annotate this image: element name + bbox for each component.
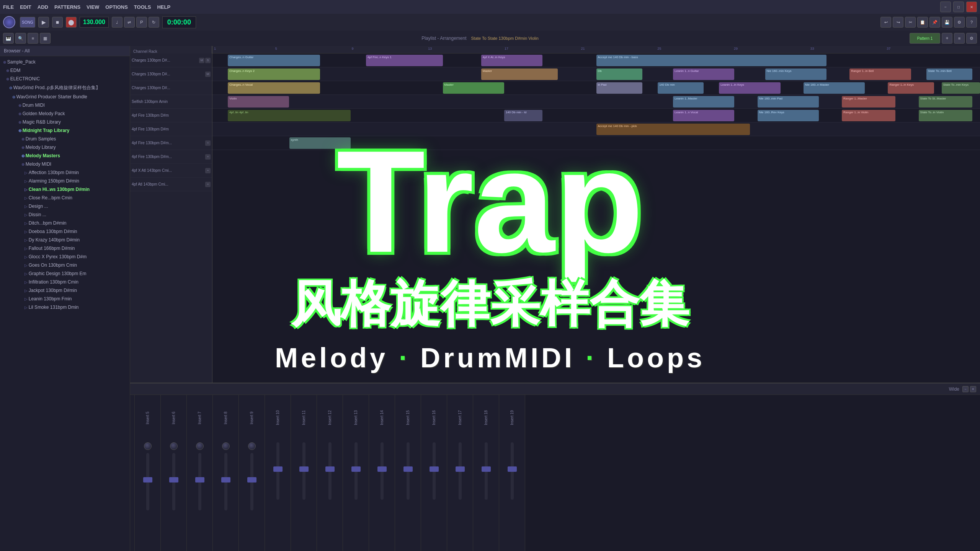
mixer-close-btn[interactable]: ✕ <box>970 386 976 392</box>
pattern-block-leanin-guitar[interactable]: Leanin 1..n Guitar <box>673 68 734 80</box>
pattern-add-4[interactable]: + <box>205 154 211 160</box>
browser-item-melody-library[interactable]: Melody Library <box>18 143 130 152</box>
pattern-entry-charges-3[interactable]: Charges 130bpm D#... <box>130 81 212 95</box>
browser-item-dissin[interactable]: Dissin ... <box>21 210 130 219</box>
pattern-block-master-1[interactable]: Master <box>481 68 558 80</box>
mixer-insert-8-knob[interactable] <box>222 442 230 450</box>
mixer-insert-10-fader[interactable] <box>276 442 279 500</box>
maximize-button[interactable]: □ <box>953 2 964 12</box>
pattern-add-3[interactable]: + <box>205 140 211 146</box>
mixer-insert-9-fader[interactable] <box>250 453 253 510</box>
menu-edit[interactable]: EDIT <box>20 4 31 10</box>
punch-button[interactable]: P <box>136 17 147 28</box>
pattern-block-leanin-vocal[interactable]: Leanin 1..n Vocal <box>673 110 734 121</box>
pattern-entry-4pf-2[interactable]: 4pf Fire 130bpm D#m <box>130 122 212 136</box>
browser-item-affection[interactable]: Affection 130bpm D#min <box>21 168 130 177</box>
pattern-block-nle-rev[interactable]: Nle 160..Rev Keys <box>758 110 819 121</box>
pattern-block-nle-master[interactable]: Nle 160..n Master <box>804 82 865 94</box>
pattern-block-vocal-1[interactable]: Charges..n Vocal <box>228 82 320 94</box>
loop-button[interactable]: ↻ <box>149 17 159 28</box>
pattern-select-button[interactable]: Pattern 1 <box>910 33 940 44</box>
pattern-entry-4pf-atl-2[interactable]: 4pf Atl 143bpm Cmi... + <box>130 178 212 191</box>
pattern-block-4pf-lin[interactable]: 4pf..lin 4pf..lin <box>228 110 351 121</box>
browser-item-doeboa[interactable]: Doeboa 130bpm D#min <box>21 227 130 236</box>
browser-item-electronic[interactable]: ELECTRONIC <box>0 75 130 83</box>
pattern-block-accept-plck[interactable]: Accept me 140 Db min - plck <box>596 124 750 135</box>
help-button[interactable]: ? <box>966 17 977 28</box>
pattern-block-db-min[interactable]: 140 Db min <box>658 82 704 94</box>
pattern-entry-4pf-3[interactable]: 4pf Fire 130bpm D#m... + <box>130 136 212 150</box>
pattern-block-synth-1[interactable]: synth <box>289 137 351 149</box>
pattern-block-ranger-keys[interactable]: Ranger 1..in Keys <box>888 82 934 94</box>
mixer-insert-5-fader[interactable] <box>146 453 149 510</box>
save-button[interactable]: 💾 <box>942 17 952 28</box>
browser-item-lil-smoke[interactable]: Lil Smoke 131bpm Dmin <box>21 303 130 311</box>
mixer-minimize-btn[interactable]: − <box>962 386 969 392</box>
minimize-button[interactable]: − <box>940 2 951 12</box>
browser-item-drum-samples[interactable]: Drum Samples <box>18 135 130 143</box>
pattern-block-pad-1[interactable]: in Pad <box>596 82 642 94</box>
cut-button[interactable]: ✂ <box>905 17 916 28</box>
browser-item-melody-masters[interactable]: Melody Masters <box>18 152 130 160</box>
browser-tree[interactable]: Sample_Pack EDM ELECTRONIC WavGrind Prod… <box>0 56 130 550</box>
browser-item-drum-midi[interactable]: Drum MIDI <box>15 101 130 109</box>
mixer-insert-7-fader[interactable] <box>198 453 201 510</box>
browser-item-midnight-trap[interactable]: Midnight Trap Library <box>15 126 130 135</box>
pattern-block-state-master[interactable]: State To St..Master <box>919 96 972 108</box>
browser-item-fallout[interactable]: Fallout 166bpm D#min <box>21 244 130 253</box>
settings-icon[interactable]: ⚙ <box>954 17 965 28</box>
pattern-entry-4pf-1[interactable]: 4pf Fire 130bpm D#m <box>130 109 212 122</box>
mixer-insert-18-fader[interactable] <box>485 442 488 500</box>
add-pattern-button[interactable]: + <box>942 33 952 44</box>
pattern-block-state-bell[interactable]: State To..min Bell <box>926 68 972 80</box>
mixer-button[interactable]: ≡ <box>28 33 38 44</box>
redo-button[interactable]: ↪ <box>893 17 903 28</box>
menu-help[interactable]: HELP <box>157 4 170 10</box>
menu-file[interactable]: FILE <box>3 4 14 10</box>
browser-item-infiltration[interactable]: Infiltration 130bpm Cmin <box>21 278 130 286</box>
mixer-insert-14-fader[interactable] <box>381 442 384 500</box>
pattern-block-nle-keys[interactable]: Nle 160..min Keys <box>765 68 826 80</box>
metronome-button[interactable]: ♩ <box>112 17 122 28</box>
patterns-menu-button[interactable]: ≡ <box>954 33 965 44</box>
browser-item-melody-midi[interactable]: Melody MIDI <box>18 160 130 168</box>
pattern-block-charges-2[interactable]: Charges..n Keys 2 <box>228 68 320 80</box>
bpm-display[interactable]: 130.000 <box>80 17 109 28</box>
browser-item-golden-melody[interactable]: Golden Melody Pack <box>15 109 130 118</box>
paste-button[interactable]: 📌 <box>929 17 940 28</box>
mixer-insert-19-fader[interactable] <box>511 442 514 500</box>
browser-item-edm[interactable]: EDM <box>0 66 130 75</box>
copy-button[interactable]: 📋 <box>917 17 928 28</box>
browser-item-closer[interactable]: Close Re...bpm Cmin <box>21 194 130 202</box>
pattern-entry-4pf-4[interactable]: 4pf Fire 130bpm D#m... + <box>130 150 212 164</box>
mixer-insert-6-knob[interactable] <box>170 442 178 450</box>
pattern-block-leanin-master[interactable]: Leanin 1..Master <box>673 96 734 108</box>
pattern-block-db-1[interactable]: Db <box>596 68 642 80</box>
pattern-entry-charges-1[interactable]: Charges 130bpm D#... M S <box>130 54 212 67</box>
browser-item-jackpot[interactable]: Jackpot 130bpm D#min <box>21 286 130 295</box>
close-button[interactable]: ✕ <box>966 2 977 12</box>
mixer-insert-6-fader[interactable] <box>172 453 175 510</box>
pattern-entry-selfish[interactable]: Selfish 130bpm Amin <box>130 95 212 109</box>
browser-button[interactable]: 🔍 <box>15 33 26 44</box>
play-button[interactable]: ▶ <box>38 17 49 28</box>
pattern-block-charges-1[interactable]: Charges..n Guitar <box>228 55 320 66</box>
browser-item-dy-krazy[interactable]: Dy Krazy 140bpm D#min <box>21 236 130 244</box>
pattern-add-5[interactable]: + <box>205 168 211 173</box>
pattern-block-accept-1[interactable]: Accept me 140 Db min - bass <box>596 55 827 66</box>
pattern-entry-charges-2[interactable]: Charges 130bpm D#... M <box>130 67 212 81</box>
mixer-insert-5-knob[interactable] <box>144 442 152 450</box>
menu-patterns[interactable]: PATTERNS <box>54 4 80 10</box>
pattern-block-state-violin[interactable]: State To..in Violin <box>919 110 972 121</box>
mixer-insert-15-fader[interactable] <box>407 442 410 500</box>
mixer-insert-12-fader[interactable] <box>328 442 332 500</box>
pattern-solo-1[interactable]: S <box>205 58 211 63</box>
pattern-block-ranger-violin[interactable]: Ranger 1..in Violin <box>842 110 895 121</box>
browser-item-leanin[interactable]: Leanin 130bpm Fmin <box>21 295 130 303</box>
browser-item-magic-rnb[interactable]: Magic R&B Library <box>15 118 130 126</box>
browser-item-glocc[interactable]: Glocc X Pyrex 130bpm D#m <box>21 253 130 261</box>
song-mode-button[interactable]: SONG <box>20 17 35 28</box>
browser-item-graphic-design[interactable]: Graphic Design 130bpm Em <box>21 269 130 278</box>
mixer-insert-8-fader[interactable] <box>224 453 227 510</box>
pattern-block-nle-pad[interactable]: Nle 160..min Pad <box>758 96 819 108</box>
